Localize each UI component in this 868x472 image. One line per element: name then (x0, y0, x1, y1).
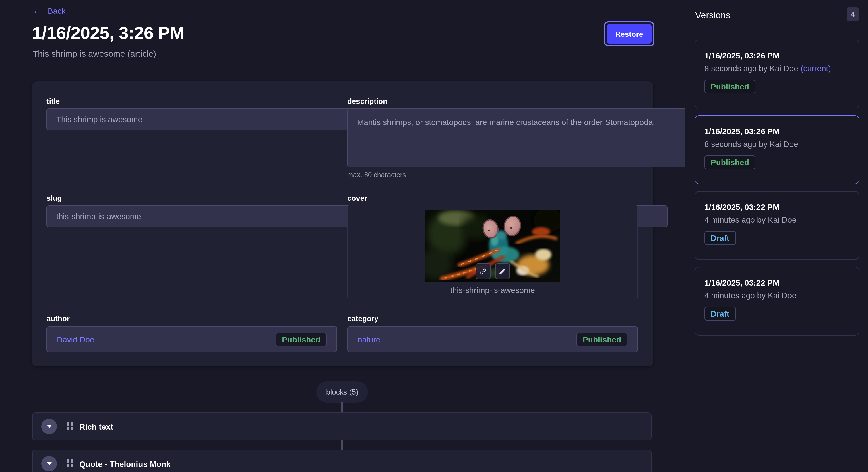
page-subtitle: This shrimp is awesome (article) (33, 49, 156, 59)
version-date: 1/16/2025, 03:26 PM (704, 127, 849, 136)
back-link[interactable]: ← Back (33, 6, 65, 15)
slug-field-label: slug (46, 194, 337, 202)
chevron-down-icon (47, 425, 51, 428)
slug-input-value: this-shrimp-is-awesome (56, 212, 141, 221)
version-date: 1/16/2025, 03:22 PM (704, 202, 849, 212)
edit-image-button[interactable] (495, 263, 510, 279)
author-status-badge: Published (276, 332, 327, 346)
version-card[interactable]: 1/16/2025, 03:22 PM 4 minutes ago by Kai… (694, 267, 859, 336)
drag-handle-icon[interactable] (67, 460, 74, 468)
title-input-value: This shrimp is awesome (56, 115, 143, 124)
category-status-badge: Published (577, 332, 627, 346)
version-card[interactable]: 1/16/2025, 03:26 PM 8 seconds ago by Kai… (694, 40, 859, 108)
author-relation-link[interactable]: David Doe (57, 335, 94, 344)
version-history-page: ← Back 1/16/2025, 3:26 PM This shrimp is… (0, 0, 868, 472)
version-status-badge: Draft (704, 231, 736, 245)
version-meta: 4 minutes ago by Kai Doe (704, 291, 849, 300)
version-date: 1/16/2025, 03:26 PM (704, 51, 849, 60)
versions-panel-title: Versions (695, 10, 731, 21)
blocks-connector-line (341, 402, 343, 413)
version-status-badge: Draft (704, 307, 736, 321)
description-field-label: description (347, 97, 638, 105)
block-accordion-rich-text[interactable]: Rich text (32, 412, 652, 440)
author-field-label: author (46, 314, 337, 323)
back-arrow-icon: ← (33, 6, 42, 15)
chevron-down-icon (47, 462, 51, 465)
restore-button[interactable]: Restore (607, 24, 652, 43)
cover-asset-card: this-shrimp-is-awesome (347, 205, 638, 299)
versions-count-badge: 4 (847, 7, 859, 21)
copy-link-button[interactable] (475, 263, 490, 279)
version-content-panel: title This shrimp is awesome description… (32, 81, 653, 367)
version-card-selected[interactable]: 1/16/2025, 03:26 PM 8 seconds ago by Kai… (694, 115, 859, 184)
block-accordion-quote[interactable]: Quote - Thelonius Monk (32, 450, 652, 472)
category-field-label: category (347, 314, 638, 323)
pencil-icon (499, 268, 506, 275)
cover-field-label: cover (347, 194, 638, 202)
version-meta: 8 seconds ago by Kai Doe (704, 139, 849, 148)
title-field-label: title (46, 97, 337, 105)
accordion-toggle-button[interactable] (41, 456, 57, 471)
version-meta: 4 minutes ago by Kai Doe (704, 215, 849, 224)
current-version-tag: (current) (801, 64, 831, 73)
link-icon (479, 268, 487, 275)
version-meta: 8 seconds ago by Kai Doe(current) (704, 64, 849, 73)
blocks-count-pill: blocks (5) (316, 381, 368, 403)
version-card-list: 1/16/2025, 03:26 PM 8 seconds ago by Kai… (694, 40, 859, 336)
blocks-connector-line (341, 440, 343, 450)
cover-caption: this-shrimp-is-awesome (348, 285, 637, 295)
version-status-badge: Published (704, 80, 755, 94)
restore-button-focus-ring: Restore (604, 21, 654, 46)
cover-image-actions (475, 263, 510, 279)
author-relation-box: David Doe Published (46, 326, 337, 352)
category-relation-link[interactable]: nature (358, 335, 380, 344)
page-title: 1/16/2025, 3:26 PM (32, 23, 184, 43)
back-label: Back (48, 6, 65, 15)
accordion-toggle-button[interactable] (41, 419, 57, 434)
version-card[interactable]: 1/16/2025, 03:22 PM 4 minutes ago by Kai… (694, 191, 859, 260)
category-relation-box: nature Published (347, 326, 638, 352)
sidebar-divider (685, 32, 868, 32)
version-status-badge: Published (704, 156, 755, 169)
block-accordion-label: Quote - Thelonius Monk (79, 459, 171, 468)
cover-image (425, 210, 560, 281)
block-accordion-label: Rich text (79, 422, 113, 431)
drag-handle-icon[interactable] (67, 422, 74, 431)
version-date: 1/16/2025, 03:22 PM (704, 278, 849, 287)
description-hint: max. 80 characters (347, 171, 638, 179)
versions-sidebar: Versions 4 1/16/2025, 03:26 PM 8 seconds… (685, 0, 868, 472)
